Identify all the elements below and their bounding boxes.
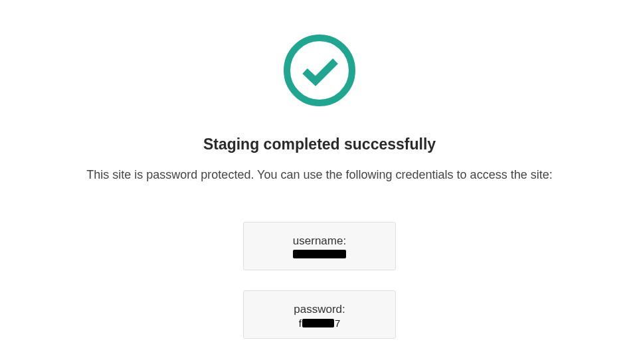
username-value bbox=[293, 249, 346, 260]
username-label: username: bbox=[293, 234, 346, 248]
password-box: password: f 7 bbox=[243, 290, 396, 339]
status-message: This site is password protected. You can… bbox=[86, 168, 552, 182]
password-suffix: 7 bbox=[335, 318, 340, 329]
password-label: password: bbox=[294, 303, 345, 316]
redacted-username bbox=[293, 250, 346, 258]
username-box: username: bbox=[243, 222, 396, 270]
main-container: Staging completed successfully This site… bbox=[0, 0, 639, 359]
status-title: Staging completed successfully bbox=[203, 136, 436, 153]
password-value: f 7 bbox=[299, 318, 341, 329]
svg-point-0 bbox=[287, 38, 352, 103]
success-icon bbox=[282, 33, 357, 110]
password-prefix: f bbox=[299, 318, 302, 329]
redacted-password-mid bbox=[302, 319, 334, 327]
